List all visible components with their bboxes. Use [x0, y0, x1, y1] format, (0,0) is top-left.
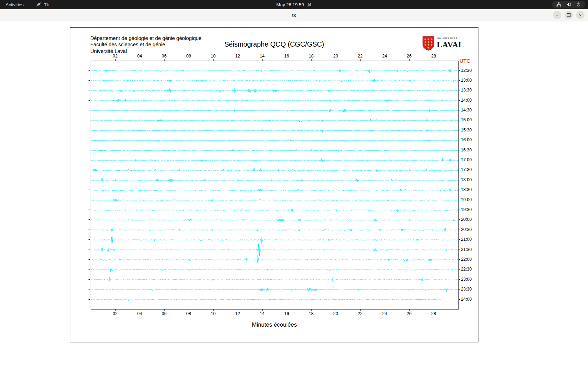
- x-tick-label-bottom: 28: [429, 311, 438, 316]
- row-tick-left: [89, 219, 90, 220]
- close-button[interactable]: ×: [576, 11, 584, 19]
- row-tick-left: [89, 90, 90, 90]
- utc-row-label: 23:00: [461, 277, 472, 282]
- x-tick-bottom: [238, 309, 238, 311]
- x-tick-bottom: [287, 309, 287, 311]
- row-tick-right: [458, 230, 460, 230]
- x-tick-top: [287, 59, 287, 61]
- x-tick-top: [164, 59, 164, 61]
- x-tick-top: [336, 59, 336, 61]
- maximize-button[interactable]: [565, 11, 573, 19]
- row-tick-left: [89, 289, 90, 289]
- row-tick-left: [89, 110, 90, 110]
- row-tick-right: [458, 219, 460, 220]
- volume-icon: [566, 2, 571, 7]
- maximize-icon: [567, 13, 570, 17]
- x-tick-label-top: 10: [209, 54, 218, 59]
- x-tick-label-bottom: 12: [233, 311, 242, 316]
- notifications-muted-icon: [307, 2, 312, 7]
- x-tick-label-bottom: 04: [135, 311, 144, 316]
- seismogram-plot: [91, 61, 459, 309]
- utc-row-label: 21:00: [461, 237, 472, 242]
- x-tick-top: [189, 59, 189, 61]
- x-tick-label-top: 08: [184, 54, 193, 59]
- row-tick-right: [458, 70, 460, 71]
- x-tick-label-top: 24: [380, 54, 389, 59]
- x-tick-label-bottom: 26: [405, 311, 414, 316]
- x-tick-bottom: [213, 309, 214, 311]
- utc-row-label: 14:30: [461, 108, 472, 113]
- x-tick-label-top: 06: [160, 54, 169, 59]
- row-tick-left: [89, 130, 90, 130]
- row-tick-right: [458, 140, 460, 140]
- row-tick-right: [458, 100, 460, 101]
- x-tick-label-bottom: 02: [111, 311, 120, 316]
- row-tick-right: [458, 150, 460, 150]
- x-tick-label-bottom: 08: [184, 311, 193, 316]
- row-tick-left: [89, 160, 90, 160]
- chart-title: Séismographe QCQ (CGC/GSC): [70, 40, 478, 48]
- minimize-button[interactable]: −: [553, 11, 561, 19]
- x-tick-top: [140, 59, 140, 61]
- utc-label: UTC: [460, 58, 470, 64]
- top-bar: Activities Tk May 26 19:59: [0, 0, 588, 9]
- row-tick-left: [89, 120, 90, 120]
- row-tick-right: [458, 279, 460, 280]
- x-tick-bottom: [140, 309, 140, 311]
- x-tick-top: [213, 59, 214, 61]
- app-indicator[interactable]: Tk: [36, 2, 49, 7]
- laval-shield-icon: [422, 36, 435, 51]
- row-tick-right: [458, 170, 460, 170]
- row-tick-left: [89, 250, 90, 250]
- row-tick-left: [89, 279, 90, 280]
- row-tick-right: [458, 269, 460, 270]
- x-tick-label-bottom: 10: [209, 311, 218, 316]
- utc-row-label: 13:00: [461, 78, 472, 83]
- row-tick-left: [89, 180, 90, 180]
- row-tick-left: [89, 259, 90, 260]
- row-tick-right: [458, 120, 460, 120]
- x-tick-label-top: 04: [135, 54, 144, 59]
- row-tick-right: [458, 200, 460, 200]
- row-tick-right: [458, 210, 460, 210]
- utc-row-label: 16:00: [461, 137, 472, 142]
- utc-row-label: 18:00: [461, 177, 472, 182]
- x-tick-label-top: 12: [233, 54, 242, 59]
- row-tick-left: [89, 150, 90, 150]
- utc-row-label: 16:30: [461, 148, 472, 152]
- x-tick-bottom: [336, 309, 336, 311]
- utc-row-label: 22:00: [461, 257, 472, 262]
- x-tick-top: [385, 59, 385, 61]
- row-tick-left: [89, 80, 90, 81]
- utc-row-label: 23:30: [461, 287, 472, 292]
- row-tick-right: [458, 130, 460, 130]
- x-tick-bottom: [434, 309, 434, 311]
- row-tick-left: [89, 140, 90, 140]
- x-tick-label-top: 18: [307, 54, 316, 59]
- clock-menu[interactable]: May 26 19:59: [276, 2, 312, 7]
- row-tick-left: [89, 190, 90, 190]
- utc-row-label: 17:00: [461, 157, 472, 162]
- row-tick-left: [89, 100, 90, 101]
- x-tick-label-bottom: 18: [307, 311, 316, 316]
- system-tray[interactable]: [552, 1, 585, 8]
- utc-row-label: 14:00: [461, 98, 472, 103]
- x-axis-title: Minutes écoulées: [91, 321, 458, 328]
- logo-text-small: UNIVERSITÉ: [437, 37, 464, 40]
- activities-button[interactable]: Activities: [6, 2, 23, 7]
- seismograph-frame: Département de géologie et de génie géol…: [70, 27, 478, 342]
- x-tick-top: [409, 59, 410, 61]
- x-tick-top: [360, 59, 360, 61]
- utc-row-label: 12:30: [461, 68, 472, 73]
- x-tick-label-bottom: 14: [258, 311, 267, 316]
- utc-row-label: 21:30: [461, 247, 472, 252]
- x-tick-label-top: 02: [111, 54, 120, 59]
- row-tick-left: [89, 210, 90, 210]
- x-tick-top: [115, 59, 115, 61]
- utc-row-label: 15:00: [461, 117, 472, 122]
- row-tick-right: [458, 90, 460, 90]
- x-tick-bottom: [385, 309, 385, 311]
- row-tick-left: [89, 200, 90, 200]
- x-tick-bottom: [360, 309, 360, 311]
- window-titlebar[interactable]: tk − ×: [0, 9, 588, 21]
